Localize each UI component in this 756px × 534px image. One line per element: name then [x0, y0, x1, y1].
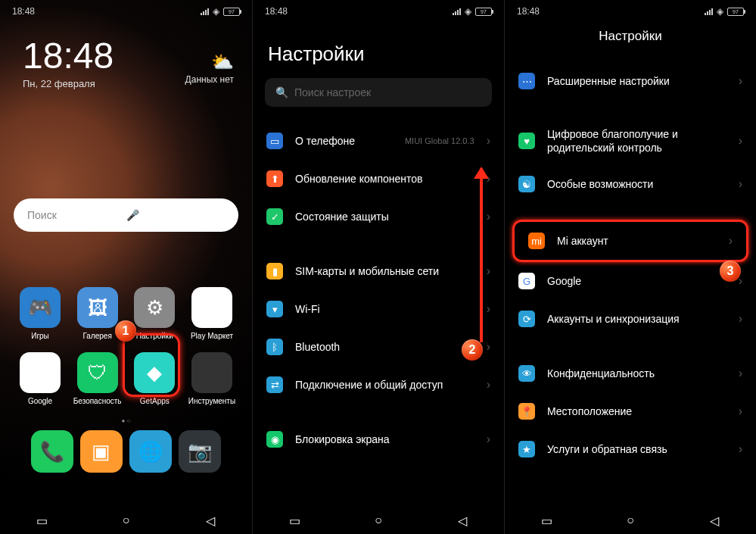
settings-item[interactable]: ⟳ Аккаунты и синхронизация ›	[505, 300, 756, 338]
step-badge-3: 3	[720, 261, 741, 282]
item-label: О телефоне	[295, 134, 393, 148]
dock-app[interactable]: ▣	[80, 430, 123, 473]
item-label: Конфиденциальность	[547, 367, 726, 380]
nav-home[interactable]: ○	[624, 514, 637, 527]
step-badge-1: 1	[115, 320, 136, 342]
item-icon: ☯	[518, 176, 535, 192]
nav-bar: ▭ ○ ◁	[505, 507, 756, 534]
item-label: Google	[547, 274, 726, 288]
chevron-right-icon: ›	[487, 433, 490, 446]
chevron-right-icon: ›	[487, 134, 490, 148]
settings-item[interactable]: ★ Услуги и обратная связь ›	[505, 430, 756, 468]
settings-list[interactable]: ⋯ Расширенные настройки › ♥ Цифровое бла…	[505, 62, 756, 507]
item-icon: mi	[528, 233, 545, 249]
item-label: Обновление компонентов	[295, 172, 474, 186]
wifi-icon: ◈	[717, 6, 723, 17]
item-label: Аккаунты и синхронизация	[547, 312, 726, 326]
chevron-right-icon: ›	[487, 302, 490, 316]
chevron-right-icon: ›	[487, 210, 490, 223]
search-bar[interactable]: Поиск 🎤	[14, 198, 238, 232]
mic-icon[interactable]: 🎤	[126, 209, 226, 221]
nav-recent[interactable]: ▭	[36, 514, 49, 527]
item-icon: ⇄	[266, 376, 283, 393]
item-icon: ✓	[266, 208, 283, 225]
item-icon: ▾	[266, 301, 283, 317]
item-label: Состояние защиты	[295, 210, 474, 223]
nav-back[interactable]: ◁	[708, 514, 721, 527]
settings-search[interactable]: 🔍 Поиск настроек	[265, 78, 492, 107]
item-icon: ⬆	[266, 170, 283, 187]
settings-list[interactable]: ▭ О телефоне MIUI Global 12.0.3 › ⬆ Обно…	[253, 122, 504, 507]
signal-icon	[705, 8, 713, 15]
chevron-right-icon: ›	[739, 177, 742, 191]
settings-item[interactable]: ☯ Особые возможности ›	[505, 165, 756, 203]
settings-item[interactable]: ▾ Wi-Fi ›	[253, 290, 504, 328]
status-bar: 18:48 ◈ 97	[505, 0, 756, 20]
homescreen: 18:48 ◈ 97 18:48 Пн, 22 февраля ⛅ Данных…	[0, 0, 252, 534]
dock-app[interactable]: 📞	[31, 430, 73, 473]
nav-recent[interactable]: ▭	[288, 514, 301, 527]
page-title: Настройки	[505, 20, 756, 58]
nav-back[interactable]: ◁	[456, 514, 469, 527]
item-icon: ♥	[518, 133, 535, 149]
wifi-icon: ◈	[465, 6, 471, 17]
app-Безопасность[interactable]: 🛡Безопасность	[73, 352, 123, 405]
settings-item[interactable]: ◉ Блокировка экрана ›	[253, 420, 504, 458]
app-Play Маркет[interactable]: ▶Play Маркет	[187, 287, 237, 340]
weather-widget[interactable]: ⛅ Данных нет	[185, 52, 234, 85]
status-time: 18:48	[265, 6, 288, 17]
item-label: Блокировка экрана	[295, 433, 474, 446]
chevron-right-icon: ›	[739, 442, 742, 456]
nav-back[interactable]: ◁	[204, 514, 217, 527]
item-icon: 👁	[518, 365, 535, 382]
chevron-right-icon: ›	[487, 340, 490, 354]
chevron-right-icon: ›	[729, 234, 733, 248]
highlight-1	[123, 333, 180, 397]
item-label: Bluetooth	[295, 340, 450, 354]
item-icon: G	[518, 273, 535, 289]
nav-recent[interactable]: ▭	[540, 514, 553, 527]
item-label: Местоположение	[547, 404, 726, 418]
search-icon: 🔍	[275, 86, 288, 98]
settings-item[interactable]: G Google ›	[505, 262, 756, 300]
settings-item[interactable]: ▭ О телефоне MIUI Global 12.0.3 ›	[253, 122, 504, 160]
settings-item[interactable]: ⇄ Подключение и общий доступ ›	[253, 366, 504, 404]
app-Инструменты[interactable]: Инструменты	[187, 352, 237, 405]
app-Игры[interactable]: 🎮Игры	[15, 287, 65, 340]
signal-icon	[201, 8, 209, 15]
chevron-right-icon: ›	[487, 378, 490, 392]
item-label: Mi аккаунт	[557, 234, 717, 248]
nav-home[interactable]: ○	[120, 514, 133, 527]
settings-item[interactable]: ✓ Состояние защиты ›	[253, 198, 504, 236]
arrow-up	[480, 168, 483, 342]
item-label: Особые возможности	[547, 177, 726, 191]
settings-item[interactable]: ⬆ Обновление компонентов ›	[253, 160, 504, 198]
app-Настройки[interactable]: ⚙Настройки	[129, 287, 179, 340]
chevron-right-icon: ›	[739, 312, 742, 326]
settings-item[interactable]: ♥ Цифровое благополучие и родительский к…	[505, 117, 756, 165]
settings-item[interactable]: ⋯ Расширенные настройки ›	[505, 62, 756, 100]
item-label: Расширенные настройки	[547, 74, 726, 88]
nav-home[interactable]: ○	[372, 514, 385, 527]
app-Google[interactable]: Google	[15, 352, 65, 405]
item-label: Цифровое благополучие и родительский кон…	[547, 127, 726, 155]
status-time: 18:48	[517, 6, 540, 17]
settings-item[interactable]: mi Mi аккаунт ›	[512, 220, 748, 262]
status-bar: 18:48 ◈ 97	[253, 0, 504, 20]
weather-icon: ⛅	[185, 52, 234, 73]
item-label: Wi-Fi	[295, 302, 474, 316]
item-label: SIM-карты и мобильные сети	[295, 264, 474, 278]
item-subtitle: MIUI Global 12.0.3	[405, 136, 474, 145]
nav-bar: ▭ ○ ◁	[0, 507, 252, 534]
status-time: 18:48	[12, 6, 35, 17]
settings-item[interactable]: 👁 Конфиденциальность ›	[505, 354, 756, 392]
settings-item[interactable]: 📍 Местоположение ›	[505, 392, 756, 430]
item-label: Услуги и обратная связь	[547, 442, 726, 456]
settings-item[interactable]: ▮ SIM-карты и мобильные сети ›	[253, 252, 504, 290]
item-icon: ᛒ	[266, 339, 283, 355]
page-title: Настройки	[253, 20, 504, 78]
item-icon: 📍	[518, 403, 535, 420]
dock-app[interactable]: 📷	[179, 430, 221, 473]
page-indicator: ● ○	[15, 417, 237, 424]
dock-app[interactable]: 🌐	[129, 430, 172, 473]
